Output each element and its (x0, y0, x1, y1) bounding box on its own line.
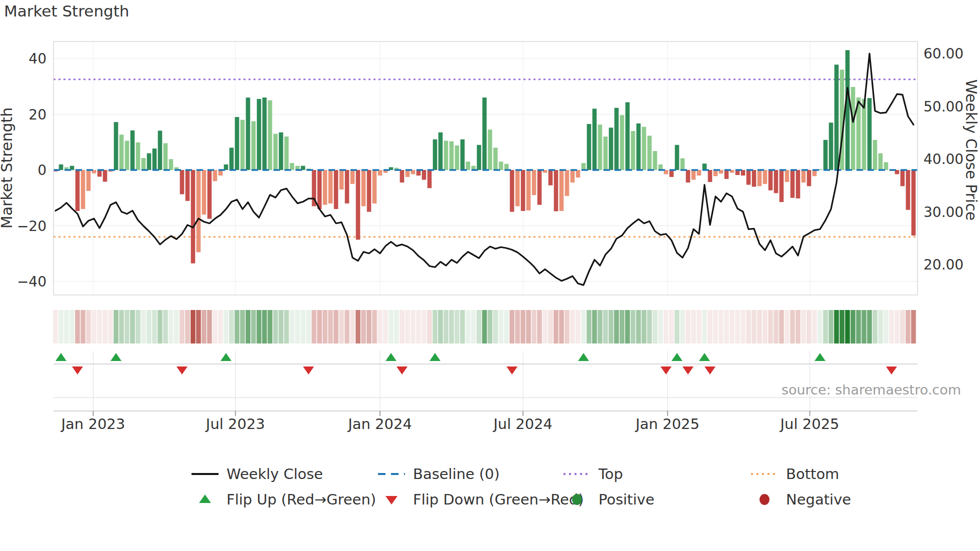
x-tick-label: Jul 2025 (780, 416, 840, 432)
positive-dot-icon (562, 494, 592, 506)
legend-item-weekly-close: Weekly Close (190, 466, 323, 482)
legend-label: Weekly Close (226, 466, 323, 482)
svg-text:20: 20 (28, 106, 46, 123)
top-dotted-swatch (562, 468, 592, 480)
flip-down-markers (72, 366, 897, 374)
legend-label: Baseline (0) (413, 466, 500, 482)
flip-up-markers (56, 353, 826, 361)
right-axis-title: Weekly Close Price (962, 80, 980, 220)
svg-text:20.00: 20.00 (924, 256, 964, 273)
svg-text:50.00: 50.00 (924, 98, 964, 115)
x-tick-label: Jan 2024 (347, 416, 412, 432)
x-tick-label: Jul 2023 (205, 416, 265, 432)
legend-label: Flip Up (Red→Green) (226, 491, 376, 508)
legend-item-top: Top (562, 466, 623, 482)
negative-dot-icon (750, 494, 779, 506)
legend-label: Flip Down (Green→Red) (413, 491, 584, 508)
svg-text:0: 0 (38, 162, 46, 178)
legend-item-flip-down-green-red: Flip Down (Green→Red) (377, 491, 584, 508)
flip-down-triangle-icon (377, 494, 406, 506)
x-tick-label: Jan 2023 (60, 416, 126, 432)
legend-item-bottom: Bottom (750, 466, 839, 482)
flip-up-triangle-icon (190, 494, 220, 506)
y-axis-left: 40200−20−40Market Strength (0, 50, 46, 290)
x-tick-label: Jan 2025 (634, 416, 700, 432)
legend-item-positive: Positive (562, 491, 654, 508)
svg-text:40.00: 40.00 (924, 151, 964, 168)
legend-item-baseline-0: Baseline (0) (377, 466, 500, 482)
legend-item-flip-up-red-green: Flip Up (Red→Green) (190, 491, 376, 508)
legend-item-negative: Negative (750, 491, 851, 508)
legend-label: Negative (786, 491, 851, 508)
legend-label: Top (598, 466, 623, 482)
svg-text:60.00: 60.00 (924, 46, 964, 62)
y-axis-right: 60.0050.0040.0030.0020.00Weekly Close Pr… (924, 46, 980, 273)
svg-text:−40: −40 (17, 274, 46, 290)
legend-label: Bottom (786, 466, 839, 482)
x-axis: Jan 2023Jul 2023Jan 2024Jul 2024Jan 2025… (60, 411, 840, 432)
x-tick-label: Jul 2024 (492, 416, 552, 432)
svg-text:−20: −20 (17, 218, 46, 234)
left-axis-title: Market Strength (0, 108, 16, 228)
bottom-dotted-swatch (750, 468, 779, 480)
heatmap-strip (53, 310, 916, 344)
vertical-gridlines (93, 42, 810, 411)
legend-label: Positive (598, 491, 654, 508)
source-note: source: sharemaestro.com (782, 382, 961, 398)
svg-text:30.00: 30.00 (924, 204, 964, 220)
svg-text:40: 40 (28, 50, 46, 67)
baseline-dash-swatch (377, 468, 406, 480)
weekly-close-line-swatch (190, 468, 220, 480)
chart-legend: Weekly CloseBaseline (0)TopBottomFlip Up… (0, 459, 980, 519)
